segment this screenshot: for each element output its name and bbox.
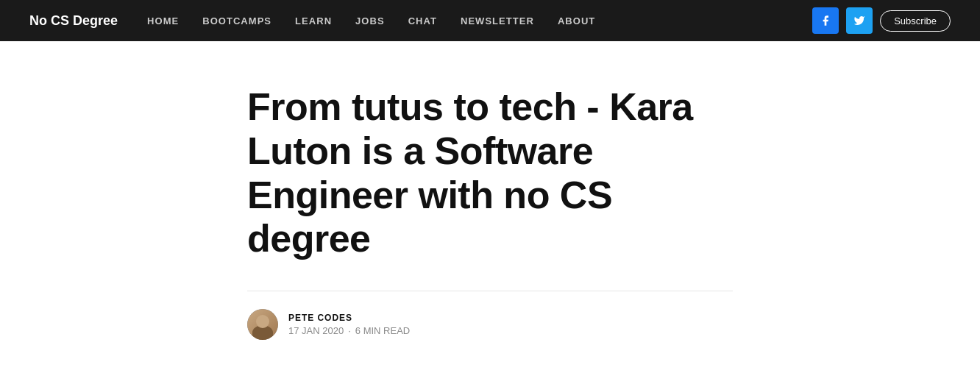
nav-item-newsletter: NEWSLETTER [461, 14, 534, 27]
twitter-icon [853, 15, 865, 26]
nav-left: No CS Degree HOME BOOTCAMPS LEARN JOBS C… [29, 13, 595, 29]
nav-links: HOME BOOTCAMPS LEARN JOBS CHAT NEWSLETTE… [147, 14, 595, 27]
facebook-icon [820, 15, 831, 26]
meta-text: PETE CODES 17 JAN 2020 · 6 MIN READ [288, 313, 410, 336]
nav-link-bootcamps[interactable]: BOOTCAMPS [202, 15, 271, 26]
article-date-read: 17 JAN 2020 · 6 MIN READ [288, 325, 410, 336]
avatar-image [247, 309, 278, 340]
navbar: No CS Degree HOME BOOTCAMPS LEARN JOBS C… [0, 0, 980, 41]
author-avatar [247, 309, 278, 340]
site-logo[interactable]: No CS Degree [29, 13, 118, 29]
facebook-button[interactable] [812, 7, 839, 34]
nav-right: Subscribe [812, 7, 951, 34]
dot-separator: · [348, 325, 351, 336]
twitter-button[interactable] [846, 7, 873, 34]
nav-link-home[interactable]: HOME [147, 15, 179, 26]
article-divider [247, 291, 733, 291]
article-title: From tutus to tech - Kara Luton is a Sof… [247, 85, 733, 261]
nav-item-chat: CHAT [408, 14, 437, 27]
nav-link-about[interactable]: ABOUT [558, 15, 595, 26]
nav-item-about: ABOUT [558, 14, 595, 27]
nav-item-jobs: JOBS [355, 14, 385, 27]
main-content: From tutus to tech - Kara Luton is a Sof… [232, 41, 748, 369]
article-date: 17 JAN 2020 [288, 325, 344, 336]
nav-link-newsletter[interactable]: NEWSLETTER [461, 15, 534, 26]
nav-item-home: HOME [147, 14, 179, 27]
nav-link-learn[interactable]: LEARN [295, 15, 332, 26]
nav-link-jobs[interactable]: JOBS [355, 15, 385, 26]
subscribe-button[interactable]: Subscribe [880, 10, 951, 32]
read-time: 6 MIN READ [355, 325, 410, 336]
nav-link-chat[interactable]: CHAT [408, 15, 437, 26]
author-name: PETE CODES [288, 313, 410, 323]
nav-item-bootcamps: BOOTCAMPS [202, 14, 271, 27]
nav-item-learn: LEARN [295, 14, 332, 27]
article-meta: PETE CODES 17 JAN 2020 · 6 MIN READ [247, 309, 733, 340]
